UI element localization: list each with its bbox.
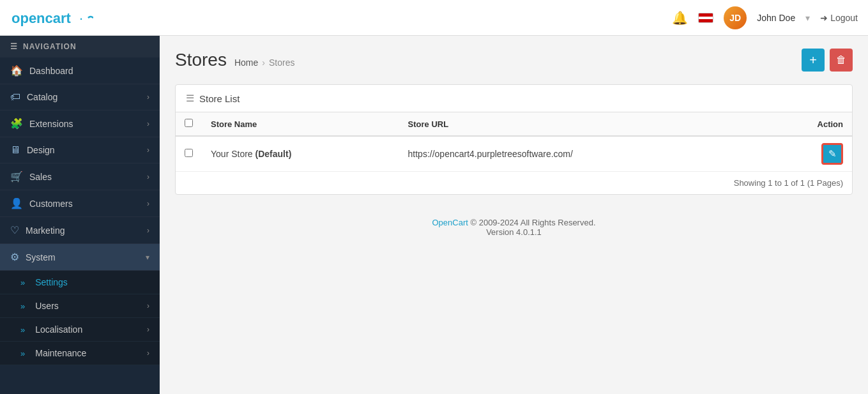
edit-store-button[interactable]: ✎	[821, 143, 843, 165]
store-url-cell: https://opencart4.purpletreesoftware.com…	[399, 136, 765, 172]
sidebar-item-extensions[interactable]: 🧩 Extensions ›	[0, 110, 160, 137]
pencil-icon: ✎	[828, 148, 837, 160]
sidebar-item-system[interactable]: ⚙ System ▾	[0, 244, 160, 271]
footer-copyright: © 2009-2024 All Rights Reserved.	[470, 218, 595, 227]
sidebar-nav-header: ☰ NAVIGATION	[0, 36, 160, 57]
store-list-card: ☰ Store List Store Name Store URL Action	[175, 84, 853, 195]
hamburger-icon: ☰	[10, 42, 18, 51]
users-double-arrow-icon: »	[20, 301, 25, 311]
opencart-logo: opencart ·	[10, 6, 93, 29]
navbar: opencart · 🔔 JD John Doe ▾ ➜ Logout	[0, 0, 868, 36]
pagination-info: Showing 1 to 1 of 1 (1 Pages)	[176, 172, 852, 194]
table-row: Your Store (Default) https://opencart4.p…	[176, 136, 852, 172]
card-title: Store List	[199, 93, 240, 104]
page-title: Stores	[175, 50, 227, 70]
notification-bell-icon[interactable]: 🔔	[672, 10, 688, 26]
avatar: JD	[724, 6, 747, 29]
sidebar-item-design[interactable]: 🖥 Design ›	[0, 137, 160, 163]
list-icon: ☰	[186, 93, 194, 104]
card-header: ☰ Store List	[176, 85, 852, 112]
sidebar-item-sales[interactable]: 🛒 Sales ›	[0, 163, 160, 190]
breadcrumb-arrow-icon: ›	[262, 57, 265, 68]
footer: OpenCart © 2009-2024 All Rights Reserved…	[175, 205, 853, 250]
localisation-double-arrow-icon: »	[20, 325, 25, 335]
marketing-icon: ♡	[10, 224, 19, 236]
system-arrow-icon: ▾	[146, 253, 149, 262]
sidebar-item-users[interactable]: » Users ›	[0, 294, 160, 318]
logout-button[interactable]: ➜ Logout	[820, 13, 858, 23]
settings-double-arrow-icon: »	[20, 278, 25, 287]
store-action-cell: ✎	[765, 136, 852, 172]
marketing-arrow-icon: ›	[147, 226, 149, 235]
sidebar: ☰ NAVIGATION 🏠 Dashboard 🏷 Catalog › 🧩 E…	[0, 36, 160, 394]
sidebar-item-customers[interactable]: 👤 Customers ›	[0, 190, 160, 217]
table-header-row: Store Name Store URL Action	[176, 112, 852, 136]
localisation-arrow-icon: ›	[147, 325, 149, 334]
delete-store-button[interactable]: 🗑	[830, 49, 853, 72]
sales-icon: 🛒	[10, 170, 23, 183]
store-name-cell: Your Store (Default)	[202, 136, 399, 172]
catalog-icon: 🏷	[10, 91, 20, 103]
breadcrumb: Home › Stores	[234, 57, 295, 68]
content-area: Stores Home › Stores + 🗑 ☰ Store Li	[160, 36, 868, 394]
customers-icon: 👤	[10, 197, 23, 209]
footer-version: Version 4.0.1.1	[188, 227, 840, 237]
store-table: Store Name Store URL Action Your Store (…	[176, 112, 852, 172]
brand-logo: opencart ·	[10, 6, 93, 29]
breadcrumb-current: Stores	[269, 57, 294, 68]
page-title-section: Stores Home › Stores	[175, 50, 294, 70]
row-checkbox-cell	[176, 136, 202, 172]
sidebar-item-maintenance[interactable]: » Maintenance ›	[0, 342, 160, 365]
language-flag-icon[interactable]	[698, 13, 713, 23]
select-all-checkbox[interactable]	[185, 119, 193, 127]
add-icon: +	[809, 53, 817, 68]
store-name-header: Store Name	[202, 112, 399, 136]
users-arrow-icon: ›	[147, 301, 149, 310]
design-icon: 🖥	[10, 144, 20, 156]
footer-brand-link[interactable]: OpenCart	[432, 218, 468, 227]
sidebar-item-catalog[interactable]: 🏷 Catalog ›	[0, 84, 160, 110]
action-header: Action	[765, 112, 852, 136]
sales-arrow-icon: ›	[147, 172, 149, 181]
design-arrow-icon: ›	[147, 146, 149, 155]
add-store-button[interactable]: +	[802, 49, 825, 72]
select-all-header	[176, 112, 202, 136]
sidebar-item-settings[interactable]: » Settings	[0, 271, 160, 294]
page-header: Stores Home › Stores + 🗑	[175, 49, 853, 72]
catalog-arrow-icon: ›	[147, 93, 149, 102]
svg-text:·: ·	[79, 10, 83, 26]
customers-arrow-icon: ›	[147, 199, 149, 208]
sidebar-item-marketing[interactable]: ♡ Marketing ›	[0, 217, 160, 244]
maintenance-double-arrow-icon: »	[20, 349, 25, 358]
extensions-icon: 🧩	[10, 117, 23, 130]
navbar-right: 🔔 JD John Doe ▾ ➜ Logout	[672, 6, 858, 29]
sidebar-item-dashboard[interactable]: 🏠 Dashboard	[0, 57, 160, 84]
maintenance-arrow-icon: ›	[147, 349, 149, 358]
row-checkbox[interactable]	[185, 149, 193, 157]
system-icon: ⚙	[10, 251, 19, 263]
logout-icon: ➜	[820, 13, 828, 23]
trash-icon: 🗑	[836, 54, 846, 66]
user-name[interactable]: John Doe	[757, 13, 795, 23]
breadcrumb-home[interactable]: Home	[234, 57, 258, 68]
svg-text:opencart: opencart	[11, 10, 72, 26]
store-url-header: Store URL	[399, 112, 765, 136]
dashboard-icon: 🏠	[10, 64, 23, 77]
sidebar-item-localisation[interactable]: » Localisation ›	[0, 318, 160, 342]
page-actions: + 🗑	[802, 49, 853, 72]
extensions-arrow-icon: ›	[147, 119, 149, 128]
